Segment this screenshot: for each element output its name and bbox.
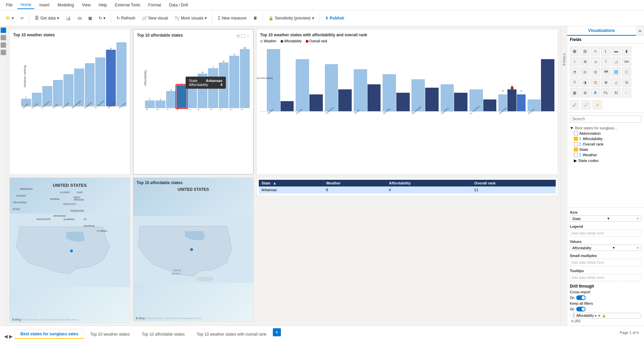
group-miss3[interactable] — [411, 79, 438, 111]
ai-icon[interactable]: AI — [611, 88, 621, 97]
tab-left-arrow[interactable]: ◀ — [4, 334, 8, 339]
stacked-bar-icon[interactable]: ▦ — [570, 46, 579, 56]
bar-georgia[interactable] — [63, 74, 73, 106]
menu-modeling[interactable]: Modeling — [54, 1, 77, 9]
undo-btn[interactable]: ↩ — [18, 14, 27, 22]
gauge-icon[interactable]: ◑ — [580, 78, 590, 87]
format-icon[interactable]: 🖊 — [570, 100, 579, 110]
filter-icon[interactable]: ▽ — [237, 34, 240, 39]
expand-icon[interactable]: ⛶ — [241, 34, 245, 39]
tab-weather-states[interactable]: Top 10 weather states — [85, 330, 135, 339]
group-texas[interactable] — [354, 69, 381, 111]
field-state[interactable]: State — [574, 147, 641, 152]
col-weather[interactable]: Weather — [323, 180, 386, 186]
dax-icon[interactable] — [1, 50, 6, 55]
menu-view[interactable]: View — [79, 1, 94, 9]
col-affordability[interactable]: Affordability — [386, 180, 472, 186]
bar-arkansas[interactable]: 9 — [106, 47, 116, 106]
menu-insert[interactable]: Insert — [36, 1, 53, 9]
check-overall-rank[interactable] — [574, 142, 578, 146]
right-chevron[interactable]: › — [640, 29, 641, 33]
new-visual-btn[interactable]: 📈 New visual — [139, 14, 170, 22]
get-data-btn[interactable]: 🗄 Get data ▾ — [32, 14, 62, 22]
group-georgia[interactable] — [383, 74, 409, 111]
field-affordability[interactable]: Σ Affordability — [574, 136, 641, 141]
bar-alabama2[interactable]: 10 — [240, 47, 250, 108]
check-affordability[interactable] — [574, 137, 578, 141]
close-x-values[interactable]: ✕ — [636, 246, 639, 250]
cross-report-toggle-track[interactable] — [576, 295, 586, 300]
tab-right-arrow[interactable]: ▶ — [9, 334, 13, 339]
viz-tab[interactable]: Visualizations — [567, 26, 636, 36]
stacked-area-icon[interactable]: ⋙ — [622, 57, 631, 66]
tree-root[interactable]: ▼ Best states for sunglass... — [570, 125, 641, 131]
menu-file[interactable]: File — [3, 1, 16, 9]
card-icon[interactable]: ⊡ — [591, 78, 600, 87]
field-overall-rank[interactable]: Σ Overall rank — [574, 141, 641, 147]
bar-arizona[interactable] — [116, 42, 127, 106]
analytics-icon[interactable]: 📈 — [581, 100, 591, 110]
legend-dropzone[interactable]: Add data fields here — [570, 229, 641, 237]
refresh-btn[interactable]: ↻ Refresh — [114, 14, 138, 22]
weather-afford-chart[interactable]: Top 10 weather states with affordability… — [256, 29, 558, 175]
interactions-icon[interactable]: ⚡ — [593, 100, 602, 110]
scatter-icon[interactable]: ⠿ — [570, 78, 579, 87]
shape-map-icon[interactable]: ⬡ — [622, 67, 631, 77]
check-weather[interactable] — [574, 153, 578, 157]
data-icon[interactable] — [1, 35, 6, 40]
axis-dropdown[interactable]: State ▾ ✕ — [570, 215, 641, 222]
sql-btn[interactable]: 🗃 — [75, 14, 84, 22]
add-tab-button[interactable]: + — [273, 328, 281, 336]
stacked-col-icon[interactable]: ▥ — [580, 46, 590, 56]
python-icon[interactable]: Py — [601, 88, 610, 97]
more-viz-icon[interactable]: ··· — [622, 88, 631, 97]
bar-kentucky[interactable]: 9 — [229, 53, 239, 108]
group-arkansas2[interactable]: 9 11 4 — [498, 89, 525, 111]
us-map[interactable]: UNITED STATES NEBRASKA KANSAS OKLAHOMA T… — [9, 177, 130, 323]
multi-row-icon[interactable]: ⊠ — [601, 78, 610, 87]
group-alabama3[interactable] — [441, 84, 467, 111]
check-state[interactable] — [574, 147, 578, 152]
check-abbreviation[interactable] — [574, 131, 578, 135]
waterfall-icon[interactable]: ⊞ — [580, 57, 590, 66]
map-icon[interactable]: 🗺 — [601, 67, 610, 77]
new-measure-btn[interactable]: Σ New measure — [215, 14, 249, 22]
tab-affordable-states[interactable]: Top 10 affordable states — [136, 330, 190, 339]
menu-data-drill[interactable]: Data / Drill — [166, 1, 191, 9]
bar-ohio[interactable]: 5 — [187, 77, 197, 108]
affordable-states-chart[interactable]: Top 10 affordable states ▽ ⛶ ··· Afforda… — [133, 29, 254, 175]
bar-missouri[interactable]: 1 — [155, 98, 165, 108]
pie-icon[interactable]: ◔ — [570, 67, 579, 77]
bar-indiana[interactable]: 3 — [166, 89, 176, 108]
table-row[interactable]: Arkansas 9 4 11 — [259, 186, 556, 194]
slicer-icon[interactable]: ⊟ — [622, 78, 631, 87]
field-weather[interactable]: Σ Weather — [574, 152, 641, 158]
area-icon[interactable]: ◿ — [611, 57, 621, 66]
refresh-options-btn[interactable]: ↻ ▾ — [96, 14, 108, 22]
filled-map-icon[interactable]: 🌐 — [611, 67, 621, 77]
calculator-btn[interactable]: 🖩 — [251, 14, 260, 22]
keep-filters-toggle-track[interactable] — [576, 307, 586, 311]
col-state[interactable]: State ▲ — [259, 180, 323, 186]
field-state-codes[interactable]: ▶ State codes — [574, 158, 641, 164]
weather-states-chart[interactable]: Top 10 weather states Weather ranking 1 — [9, 29, 130, 175]
group-sc2[interactable] — [469, 89, 496, 111]
more-visuals-btn[interactable]: 📉 More visuals ▾ — [172, 14, 209, 22]
clustered-bar-icon[interactable]: ≡ — [591, 46, 600, 56]
close-x-axis[interactable]: ✕ — [636, 217, 639, 220]
more-options-icon[interactable]: ··· — [246, 34, 250, 39]
bar-sc[interactable] — [95, 57, 105, 106]
bar-iowa[interactable]: 8 — [219, 60, 229, 108]
menu-external-tools[interactable]: External Tools — [112, 1, 144, 9]
100pct-col-icon[interactable]: ▮ — [622, 46, 631, 56]
100pct-bar-icon[interactable]: ▬ — [611, 46, 621, 56]
table-viz-icon[interactable]: ▦ — [570, 88, 579, 97]
kpi-icon[interactable]: △ — [611, 78, 621, 87]
ribbon-icon[interactable]: ⌇ — [570, 57, 579, 66]
tag-close[interactable]: ✕ — [598, 314, 601, 317]
field-abbreviation[interactable]: Abbreviation — [574, 131, 641, 136]
report-icon[interactable] — [1, 28, 6, 33]
bar-alabama[interactable] — [85, 63, 95, 106]
model-icon[interactable] — [1, 42, 6, 48]
bar-michigan[interactable]: 1 — [145, 98, 155, 108]
